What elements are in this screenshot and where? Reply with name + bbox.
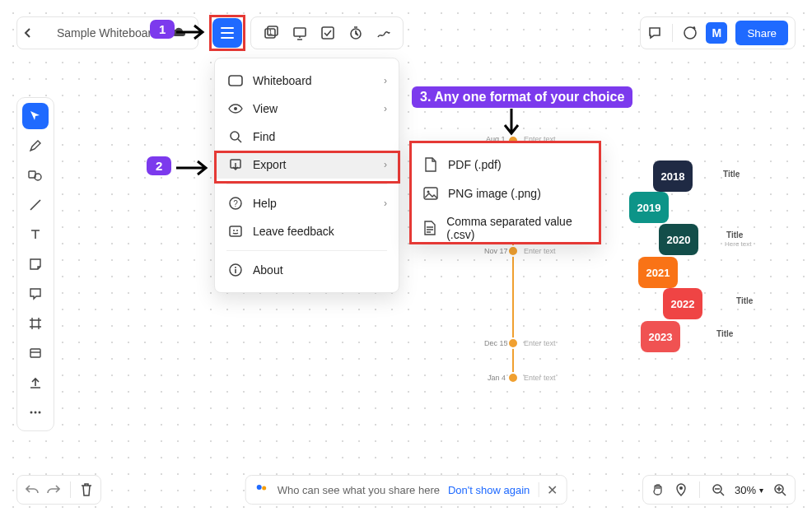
zoom-in-button[interactable]	[773, 483, 786, 496]
timeline-date: Dec 15	[484, 339, 508, 347]
share-button[interactable]: Share	[735, 21, 788, 45]
pdf-icon	[423, 157, 438, 172]
timeline-entry[interactable]: Enter text	[524, 374, 556, 382]
menu-label: View	[253, 102, 278, 115]
scribble-icon[interactable]	[376, 26, 391, 40]
timeline-entry[interactable]: Enter text	[524, 339, 556, 347]
annotation-text-3: 3. Any one format of your choice	[412, 86, 632, 108]
divider	[70, 481, 71, 498]
menu-item-help[interactable]: ? Help ›	[215, 189, 399, 217]
frame-tool[interactable]	[22, 310, 49, 337]
menu-item-about[interactable]: About	[215, 256, 399, 284]
pan-tool[interactable]	[651, 483, 665, 496]
year-title: Title	[736, 296, 753, 305]
year-tile-2018[interactable]: 2018	[653, 160, 693, 192]
svg-rect-2	[294, 28, 306, 36]
svg-point-13	[234, 107, 237, 110]
submenu-label: PDF (.pdf)	[448, 158, 502, 171]
export-pdf[interactable]: PDF (.pdf)	[412, 150, 599, 179]
export-png[interactable]: PNG image (.png)	[412, 179, 599, 207]
canvas-background[interactable]	[0, 0, 812, 521]
avatar[interactable]: M	[706, 22, 727, 44]
people-icon	[254, 484, 269, 495]
collab-bar: M Share	[640, 16, 796, 49]
export-submenu: PDF (.pdf) PNG image (.png) Comma separa…	[409, 141, 601, 244]
comment-tool[interactable]	[22, 281, 49, 307]
text-tool[interactable]	[22, 221, 49, 248]
menu-item-whiteboard[interactable]: Whiteboard ›	[215, 67, 399, 95]
divider	[699, 481, 700, 498]
divider	[672, 24, 673, 42]
svg-point-11	[39, 412, 41, 414]
svg-point-22	[235, 267, 236, 268]
pencil-tool[interactable]	[22, 133, 49, 159]
chevron-right-icon: ›	[384, 75, 387, 86]
menu-item-feedback[interactable]: Leave feedback	[215, 217, 399, 245]
svg-point-9	[30, 412, 33, 414]
export-csv[interactable]: Comma separated value (.csv)	[412, 207, 599, 249]
help-icon: ?	[228, 197, 243, 210]
menu-label: Find	[253, 130, 275, 143]
reactions-icon[interactable]	[683, 26, 698, 40]
divider	[538, 482, 539, 497]
map-tool[interactable]	[674, 483, 688, 496]
submenu-label: PNG image (.png)	[448, 187, 541, 200]
chevron-right-icon: ›	[384, 159, 387, 170]
shapes-tool[interactable]	[22, 162, 49, 188]
annotation-highlight-1	[209, 15, 245, 51]
table-tool[interactable]	[22, 340, 49, 366]
share-notice: Who can see what you share here Don't sh…	[245, 475, 567, 505]
timeline-dot[interactable]	[507, 337, 519, 349]
feedback-icon	[228, 226, 243, 237]
zoom-out-button[interactable]	[712, 483, 725, 496]
export-icon	[228, 158, 243, 171]
main-menu: Whiteboard › View › Find Export › ? Help…	[214, 58, 399, 293]
line-tool[interactable]	[22, 192, 49, 218]
annotation-badge-2: 2	[147, 156, 171, 175]
menu-item-export[interactable]: Export ›	[215, 151, 399, 179]
sticky-tool[interactable]	[22, 251, 49, 277]
comment-icon[interactable]	[647, 26, 662, 40]
csv-icon	[423, 221, 436, 235]
year-tile-2022[interactable]: 2022	[663, 288, 702, 319]
year-subtitle: Here text	[725, 240, 751, 248]
year-tile-2023[interactable]: 2023	[641, 321, 680, 352]
menu-item-view[interactable]: View ›	[215, 95, 399, 123]
close-notice[interactable]: ✕	[547, 482, 558, 498]
arrow-icon	[502, 107, 520, 140]
year-title: Title	[726, 230, 743, 240]
present-icon[interactable]	[292, 26, 307, 40]
frames-icon[interactable]: 1	[263, 26, 279, 40]
vote-icon[interactable]	[320, 26, 335, 40]
menu-item-find[interactable]: Find	[215, 123, 399, 151]
upload-tool[interactable]	[22, 370, 49, 396]
timeline-dot[interactable]	[507, 372, 519, 384]
dont-show-link[interactable]: Don't show again	[448, 484, 530, 496]
year-title: Title	[716, 329, 733, 338]
menu-label: Leave feedback	[253, 225, 334, 238]
notice-text: Who can see what you share here	[278, 484, 440, 496]
timer-icon[interactable]	[348, 26, 363, 40]
year-tile-2020[interactable]: 2020	[659, 224, 698, 255]
chevron-down-icon: ▾	[759, 486, 763, 495]
navigation-bar: 30%▾	[642, 475, 796, 505]
svg-rect-8	[30, 349, 40, 357]
svg-point-14	[231, 132, 239, 140]
year-tile-2021[interactable]: 2021	[638, 257, 678, 288]
chevron-right-icon: ›	[384, 198, 387, 209]
main-menu-button[interactable]	[212, 18, 242, 48]
select-tool[interactable]	[22, 103, 49, 129]
zoom-dropdown[interactable]: 30%▾	[735, 484, 763, 496]
history-bar	[16, 475, 101, 505]
undo-button[interactable]	[26, 484, 39, 495]
svg-rect-23	[235, 269, 236, 273]
timeline-date: Jan 4	[488, 374, 506, 382]
more-tools[interactable]	[22, 399, 49, 426]
svg-rect-18	[230, 226, 241, 236]
trash-button[interactable]	[81, 483, 92, 496]
whiteboard-icon	[228, 75, 243, 86]
redo-button[interactable]	[47, 484, 60, 495]
svg-rect-3	[322, 27, 334, 39]
year-tile-2019[interactable]: 2019	[629, 192, 669, 223]
back-button[interactable]	[24, 27, 44, 39]
